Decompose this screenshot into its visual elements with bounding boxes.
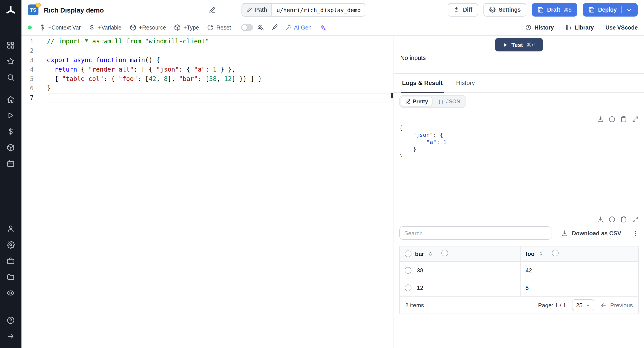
editor-lines: 1// import * as wmill from "windmill-cli…	[22, 37, 394, 102]
table-search-input[interactable]	[399, 226, 552, 240]
sidebar-item-dollar[interactable]	[0, 125, 22, 138]
table-row[interactable]: 128	[400, 279, 638, 296]
use-vscode-button[interactable]: Use VScode	[605, 24, 638, 31]
path-pill[interactable]: Path u/henri/rich_display_demo	[242, 3, 366, 16]
json-toggle-button[interactable]: {} JSON	[433, 96, 465, 106]
sidebar-item-arrow-right[interactable]	[0, 330, 22, 343]
tab-history[interactable]: History	[455, 74, 476, 92]
history-button[interactable]: History	[525, 24, 554, 31]
line-number: 4	[22, 65, 47, 74]
sidebar-item-folder[interactable]	[0, 270, 22, 283]
chevron-down-icon[interactable]	[626, 7, 632, 13]
format-brush-icon[interactable]	[271, 24, 278, 31]
sparkles-icon[interactable]	[320, 24, 326, 31]
copy-icon[interactable]	[620, 116, 627, 122]
sidebar-item-home[interactable]	[0, 93, 22, 106]
edit-summary-pencil-icon[interactable]	[209, 6, 216, 13]
status-dot	[28, 26, 32, 30]
code-editor[interactable]: 1// import * as wmill from "windmill-cli…	[22, 36, 394, 348]
editor-line-6[interactable]: 6}	[22, 84, 394, 93]
sidebar-item-package[interactable]	[0, 141, 22, 154]
arrow-left-icon	[600, 302, 607, 308]
sidebar-item-briefcase[interactable]	[0, 254, 22, 267]
editor-line-2[interactable]: 2	[22, 46, 394, 56]
sidebar-item-play[interactable]	[0, 109, 22, 122]
expand-icon[interactable]	[632, 216, 639, 223]
test-button[interactable]: Test ⌘↵	[495, 38, 543, 52]
draft-button[interactable]: Draft ⌘S	[532, 3, 578, 16]
code-line-content: // import * as wmill from "windmill-clie…	[47, 37, 394, 46]
use-vscode-label: Use VScode	[605, 24, 638, 31]
sidebar-item-user[interactable]	[0, 222, 22, 235]
select-all-checkbox[interactable]	[405, 250, 412, 257]
sidebar-item-settings[interactable]	[0, 238, 22, 251]
column-title[interactable]: foo	[526, 250, 534, 257]
button-divider	[621, 6, 622, 14]
library-button[interactable]: Library	[566, 24, 594, 31]
toolbar-button-variable[interactable]: +Variable	[89, 24, 122, 31]
result-pane: Pretty {} JSON { "json": {	[394, 92, 644, 348]
sidebar-item-search[interactable]	[0, 71, 22, 84]
line-number: 7	[22, 93, 47, 102]
column-checkbox[interactable]	[552, 250, 558, 256]
sidebar-item-calendar[interactable]	[0, 158, 22, 170]
sort-icon[interactable]	[428, 251, 433, 257]
editor-line-1[interactable]: 1// import * as wmill from "windmill-cli…	[22, 37, 394, 46]
calendar-icon	[7, 160, 15, 168]
ai-gen-button[interactable]: AI Gen	[285, 24, 312, 31]
table-row[interactable]: 3842	[400, 262, 638, 279]
page-title: Rich Display demo	[44, 6, 104, 14]
toolbar-button-label: +Resource	[139, 24, 166, 31]
sidebar-item-eye[interactable]	[0, 287, 22, 299]
table-actions	[399, 216, 639, 223]
download-icon[interactable]	[597, 116, 604, 122]
result-json-viewer: { "json": { "a": 1 }}	[399, 124, 639, 160]
json-label: JSON	[446, 98, 460, 105]
toolbar-items: +Context Var+Variable+Resource+TypeReset	[39, 24, 231, 31]
deploy-button[interactable]: Deploy	[583, 3, 638, 16]
column-title[interactable]: bar	[415, 250, 424, 257]
windmill-logo-icon[interactable]	[5, 5, 16, 16]
play-icon	[502, 42, 508, 48]
sidebar	[0, 0, 22, 348]
result-json-line: "a": 1	[399, 139, 639, 146]
sidebar-item-help[interactable]	[0, 314, 22, 326]
expand-icon[interactable]	[632, 116, 639, 122]
sidebar-nav	[0, 16, 22, 299]
info-icon[interactable]	[609, 116, 616, 122]
column-header-bar: bar	[400, 246, 520, 261]
row-checkbox[interactable]	[405, 267, 412, 274]
sidebar-item-star[interactable]	[0, 55, 22, 68]
editor-line-3[interactable]: 3export async function main() {	[22, 56, 394, 65]
download-csv-button[interactable]: Download as CSV	[562, 230, 621, 236]
diff-button[interactable]: Diff	[448, 3, 478, 16]
settings-button[interactable]: Settings	[484, 3, 526, 16]
toolbar-button-resource[interactable]: +Resource	[130, 24, 166, 31]
sidebar-item-grid[interactable]	[0, 39, 22, 52]
toolbar-button-context-var[interactable]: +Context Var	[39, 24, 81, 31]
editor-line-4[interactable]: 4 return { "render_all": [ { "json": { "…	[22, 65, 394, 74]
result-json-line: "json": {	[399, 132, 639, 139]
toolbar-button-type[interactable]: +Type	[174, 24, 199, 31]
tab-logs-result[interactable]: Logs & Result	[401, 74, 444, 92]
page-size-select[interactable]: 25	[572, 299, 594, 311]
multiplayer-toggle[interactable]	[241, 24, 253, 31]
previous-page-button[interactable]: Previous	[600, 302, 633, 308]
info-icon[interactable]	[609, 216, 616, 223]
row-checkbox[interactable]	[405, 284, 412, 291]
kebab-menu-icon[interactable]	[632, 230, 639, 236]
copy-icon[interactable]	[620, 216, 627, 223]
download-icon[interactable]	[597, 216, 604, 223]
cell-value: 42	[526, 267, 532, 274]
editor-line-7[interactable]: 7	[22, 93, 394, 102]
sort-icon[interactable]	[538, 251, 544, 257]
emoji-winking-face-icon	[36, 3, 41, 8]
pretty-toggle-button[interactable]: Pretty	[401, 96, 432, 106]
typescript-badge: TS	[28, 4, 38, 15]
column-checkbox[interactable]	[442, 250, 448, 256]
search-icon	[7, 73, 15, 82]
home-icon	[7, 95, 15, 103]
editor-line-5[interactable]: 5 { "table-col": { "foo": [42, 8], "bar"…	[22, 74, 394, 84]
test-shortcut: ⌘↵	[526, 42, 536, 48]
toolbar-button-reset[interactable]: Reset	[207, 24, 231, 31]
